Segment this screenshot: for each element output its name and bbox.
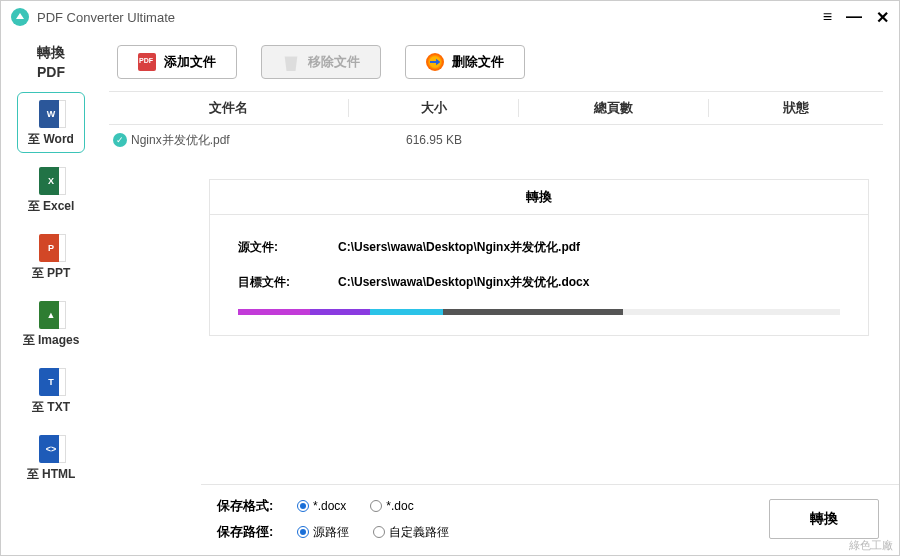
path-custom-radio[interactable]: 自定義路徑 [373,524,449,541]
sidebar-item-label: 至 Images [23,332,80,349]
progress-bar [238,309,840,315]
radio-icon [297,500,309,512]
delete-file-label: 删除文件 [452,53,504,71]
txt-icon: T [38,367,64,397]
add-file-icon [138,53,156,71]
app-logo-icon [11,8,29,26]
main-area: 添加文件 移除文件 删除文件 文件名 大小 總頁數 狀態 ✓ Nginx并发优化… [101,33,899,555]
radio-label: 自定義路徑 [389,524,449,541]
sidebar-header-line2: PDF [37,63,65,83]
html-icon: <> [38,434,64,464]
col-header-pages: 總頁數 [519,99,709,117]
file-size-cell: 616.95 KB [349,133,519,147]
path-label: 保存路徑: [217,523,297,541]
images-icon: ▲ [38,300,64,330]
path-source-radio[interactable]: 源路徑 [297,524,349,541]
radio-label: *.docx [313,499,346,513]
add-file-button[interactable]: 添加文件 [117,45,237,79]
table-row[interactable]: ✓ Nginx并发优化.pdf 616.95 KB [109,125,883,155]
sidebar-item-label: 至 Excel [28,198,75,215]
progress-panel: 轉換 源文件: C:\Users\wawa\Desktop\Nginx并发优化.… [209,179,869,336]
target-value: C:\Users\wawa\Desktop\Nginx并发优化.docx [338,274,840,291]
convert-button[interactable]: 轉換 [769,499,879,539]
sidebar-item-html[interactable]: <> 至 HTML [17,427,85,488]
sidebar-item-word[interactable]: W 至 Word [17,92,85,153]
add-file-label: 添加文件 [164,53,216,71]
sidebar-item-label: 至 PPT [32,265,71,282]
minimize-icon[interactable]: — [846,8,862,27]
sidebar: 轉換 PDF W 至 Word X 至 Excel P 至 PPT ▲ 至 Im… [1,33,101,555]
radio-icon [297,526,309,538]
sidebar-item-images[interactable]: ▲ 至 Images [17,293,85,354]
format-doc-radio[interactable]: *.doc [370,499,413,513]
sidebar-item-txt[interactable]: T 至 TXT [17,360,85,421]
col-header-size: 大小 [349,99,519,117]
table-header: 文件名 大小 總頁數 狀態 [109,91,883,125]
panel-title: 轉換 [210,180,868,215]
menu-icon[interactable]: ≡ [823,8,832,27]
sidebar-header: 轉換 PDF [37,43,65,82]
ppt-icon: P [38,233,64,263]
sidebar-item-label: 至 HTML [27,466,76,483]
file-name-cell: ✓ Nginx并发优化.pdf [109,132,349,149]
pdf-icon: ✓ [113,133,127,147]
delete-file-icon [426,53,444,71]
path-row: 保存路徑: 源路徑 自定義路徑 [217,523,769,541]
toolbar: 添加文件 移除文件 删除文件 [109,41,883,91]
format-docx-radio[interactable]: *.docx [297,499,346,513]
sidebar-item-label: 至 TXT [32,399,70,416]
word-icon: W [38,99,64,129]
radio-label: 源路徑 [313,524,349,541]
close-icon[interactable]: ✕ [876,8,889,27]
sidebar-item-label: 至 Word [28,131,74,148]
target-label: 目標文件: [238,274,338,291]
app-title: PDF Converter Ultimate [37,10,823,25]
source-label: 源文件: [238,239,338,256]
radio-icon [370,500,382,512]
excel-icon: X [38,166,64,196]
col-header-name: 文件名 [109,99,349,117]
format-row: 保存格式: *.docx *.doc [217,497,769,515]
sidebar-header-line1: 轉換 [37,43,65,63]
format-label: 保存格式: [217,497,297,515]
window-controls: ≡ — ✕ [823,8,889,27]
source-value: C:\Users\wawa\Desktop\Nginx并发优化.pdf [338,239,840,256]
delete-file-button[interactable]: 删除文件 [405,45,525,79]
remove-file-button[interactable]: 移除文件 [261,45,381,79]
remove-file-label: 移除文件 [308,53,360,71]
radio-label: *.doc [386,499,413,513]
source-row: 源文件: C:\Users\wawa\Desktop\Nginx并发优化.pdf [238,239,840,256]
sidebar-item-excel[interactable]: X 至 Excel [17,159,85,220]
remove-file-icon [282,53,300,71]
col-header-status: 狀態 [709,99,883,117]
target-row: 目標文件: C:\Users\wawa\Desktop\Nginx并发优化.do… [238,274,840,291]
file-name-text: Nginx并发优化.pdf [131,132,230,149]
watermark: 綠色工廠 [849,538,893,553]
titlebar: PDF Converter Ultimate ≡ — ✕ [1,1,899,33]
radio-icon [373,526,385,538]
sidebar-item-ppt[interactable]: P 至 PPT [17,226,85,287]
footer: 保存格式: *.docx *.doc 保存路徑: [201,484,899,555]
